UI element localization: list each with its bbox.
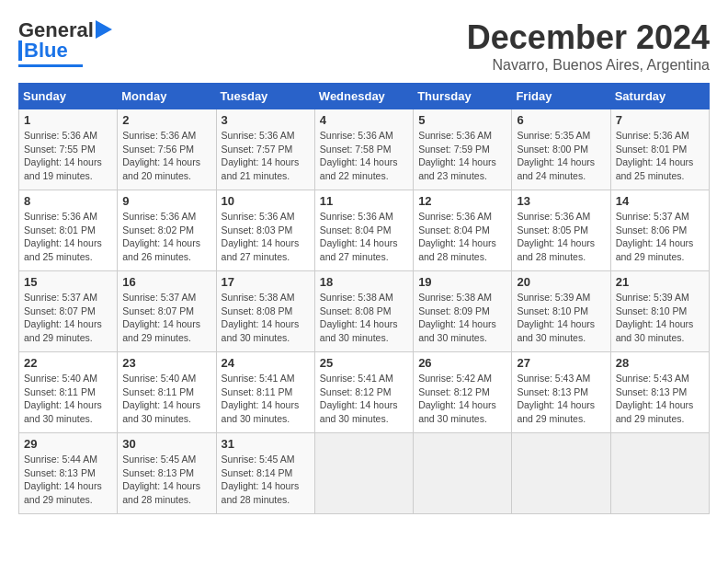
day-number: 19 xyxy=(418,275,506,289)
day-info: Sunrise: 5:36 AMSunset: 7:56 PMDaylight:… xyxy=(122,129,210,183)
calendar-cell: 24Sunrise: 5:41 AMSunset: 8:11 PMDayligh… xyxy=(216,352,314,433)
main-title: December 2024 xyxy=(467,18,710,57)
day-info: Sunrise: 5:45 AMSunset: 8:14 PMDaylight:… xyxy=(222,453,310,507)
calendar-cell xyxy=(610,433,709,514)
header-sunday: Sunday xyxy=(19,84,118,109)
day-number: 30 xyxy=(122,437,210,451)
day-info: Sunrise: 5:41 AMSunset: 8:12 PMDaylight:… xyxy=(320,372,408,426)
day-info: Sunrise: 5:36 AMSunset: 8:05 PMDaylight:… xyxy=(517,210,605,264)
calendar-header: SundayMondayTuesdayWednesdayThursdayFrid… xyxy=(19,84,710,109)
calendar-cell: 8Sunrise: 5:36 AMSunset: 8:01 PMDaylight… xyxy=(19,190,118,271)
header-tuesday: Tuesday xyxy=(216,84,314,109)
day-info: Sunrise: 5:36 AMSunset: 7:58 PMDaylight:… xyxy=(320,129,408,183)
day-info: Sunrise: 5:37 AMSunset: 8:06 PMDaylight:… xyxy=(616,210,704,264)
calendar-cell: 31Sunrise: 5:45 AMSunset: 8:14 PMDayligh… xyxy=(216,433,314,514)
day-number: 24 xyxy=(222,356,310,370)
week-row-5: 29Sunrise: 5:44 AMSunset: 8:13 PMDayligh… xyxy=(19,433,710,514)
day-info: Sunrise: 5:44 AMSunset: 8:13 PMDaylight:… xyxy=(24,453,112,507)
day-number: 21 xyxy=(616,275,704,289)
calendar-cell: 20Sunrise: 5:39 AMSunset: 8:10 PMDayligh… xyxy=(512,271,610,352)
day-number: 16 xyxy=(122,275,210,289)
day-number: 28 xyxy=(616,356,704,370)
day-info: Sunrise: 5:36 AMSunset: 8:01 PMDaylight:… xyxy=(24,210,112,264)
calendar-cell xyxy=(314,433,413,514)
day-number: 1 xyxy=(24,113,112,127)
day-number: 29 xyxy=(24,437,112,451)
day-number: 12 xyxy=(418,194,506,208)
day-number: 26 xyxy=(418,356,506,370)
day-info: Sunrise: 5:36 AMSunset: 8:03 PMDaylight:… xyxy=(222,210,310,264)
day-number: 23 xyxy=(122,356,210,370)
day-info: Sunrise: 5:43 AMSunset: 8:13 PMDaylight:… xyxy=(517,372,605,426)
day-info: Sunrise: 5:40 AMSunset: 8:11 PMDaylight:… xyxy=(24,372,112,426)
day-info: Sunrise: 5:39 AMSunset: 8:10 PMDaylight:… xyxy=(517,291,605,345)
calendar-cell: 17Sunrise: 5:38 AMSunset: 8:08 PMDayligh… xyxy=(216,271,314,352)
subtitle: Navarro, Buenos Aires, Argentina xyxy=(467,57,710,74)
calendar-cell: 2Sunrise: 5:36 AMSunset: 7:56 PMDaylight… xyxy=(118,109,216,190)
calendar-cell: 4Sunrise: 5:36 AMSunset: 7:58 PMDaylight… xyxy=(314,109,413,190)
calendar-cell: 10Sunrise: 5:36 AMSunset: 8:03 PMDayligh… xyxy=(216,190,314,271)
day-info: Sunrise: 5:41 AMSunset: 8:11 PMDaylight:… xyxy=(222,372,310,426)
day-number: 7 xyxy=(616,113,704,127)
day-number: 18 xyxy=(320,275,408,289)
day-info: Sunrise: 5:45 AMSunset: 8:13 PMDaylight:… xyxy=(122,453,210,507)
calendar-cell: 12Sunrise: 5:36 AMSunset: 8:04 PMDayligh… xyxy=(414,190,512,271)
day-number: 10 xyxy=(222,194,310,208)
header-monday: Monday xyxy=(118,84,216,109)
calendar-cell: 13Sunrise: 5:36 AMSunset: 8:05 PMDayligh… xyxy=(512,190,610,271)
logo-arrow-icon xyxy=(96,20,112,39)
day-info: Sunrise: 5:37 AMSunset: 8:07 PMDaylight:… xyxy=(122,291,210,345)
day-info: Sunrise: 5:35 AMSunset: 8:00 PMDaylight:… xyxy=(517,129,605,183)
week-row-4: 22Sunrise: 5:40 AMSunset: 8:11 PMDayligh… xyxy=(19,352,710,433)
day-number: 13 xyxy=(517,194,605,208)
day-info: Sunrise: 5:39 AMSunset: 8:10 PMDaylight:… xyxy=(616,291,704,345)
day-info: Sunrise: 5:36 AMSunset: 8:01 PMDaylight:… xyxy=(616,129,704,183)
calendar-cell: 5Sunrise: 5:36 AMSunset: 7:59 PMDaylight… xyxy=(414,109,512,190)
calendar-cell: 6Sunrise: 5:35 AMSunset: 8:00 PMDaylight… xyxy=(512,109,610,190)
calendar-cell: 9Sunrise: 5:36 AMSunset: 8:02 PMDaylight… xyxy=(118,190,216,271)
calendar-cell: 28Sunrise: 5:43 AMSunset: 8:13 PMDayligh… xyxy=(610,352,709,433)
week-row-2: 8Sunrise: 5:36 AMSunset: 8:01 PMDaylight… xyxy=(19,190,710,271)
calendar-cell: 19Sunrise: 5:38 AMSunset: 8:09 PMDayligh… xyxy=(414,271,512,352)
header-saturday: Saturday xyxy=(610,84,709,109)
page-header: General Blue December 2024 Navarro, Buen… xyxy=(18,18,710,74)
day-info: Sunrise: 5:37 AMSunset: 8:07 PMDaylight:… xyxy=(24,291,112,345)
day-info: Sunrise: 5:36 AMSunset: 7:55 PMDaylight:… xyxy=(24,129,112,183)
calendar-cell: 18Sunrise: 5:38 AMSunset: 8:08 PMDayligh… xyxy=(314,271,413,352)
calendar-table: SundayMondayTuesdayWednesdayThursdayFrid… xyxy=(18,83,710,514)
calendar-cell: 29Sunrise: 5:44 AMSunset: 8:13 PMDayligh… xyxy=(19,433,118,514)
header-wednesday: Wednesday xyxy=(314,84,413,109)
day-info: Sunrise: 5:36 AMSunset: 8:04 PMDaylight:… xyxy=(418,210,506,264)
day-number: 5 xyxy=(418,113,506,127)
logo-bar xyxy=(18,40,22,61)
calendar-cell: 30Sunrise: 5:45 AMSunset: 8:13 PMDayligh… xyxy=(118,433,216,514)
day-number: 22 xyxy=(24,356,112,370)
day-number: 31 xyxy=(222,437,310,451)
day-number: 25 xyxy=(320,356,408,370)
calendar-cell: 16Sunrise: 5:37 AMSunset: 8:07 PMDayligh… xyxy=(118,271,216,352)
calendar-cell: 3Sunrise: 5:36 AMSunset: 7:57 PMDaylight… xyxy=(216,109,314,190)
header-thursday: Thursday xyxy=(414,84,512,109)
logo-blue: Blue xyxy=(24,39,68,63)
day-number: 3 xyxy=(222,113,310,127)
day-info: Sunrise: 5:36 AMSunset: 7:59 PMDaylight:… xyxy=(418,129,506,183)
calendar-cell: 14Sunrise: 5:37 AMSunset: 8:06 PMDayligh… xyxy=(610,190,709,271)
day-number: 11 xyxy=(320,194,408,208)
calendar-cell xyxy=(512,433,610,514)
day-info: Sunrise: 5:36 AMSunset: 8:02 PMDaylight:… xyxy=(122,210,210,264)
calendar-cell: 7Sunrise: 5:36 AMSunset: 8:01 PMDaylight… xyxy=(610,109,709,190)
day-number: 27 xyxy=(517,356,605,370)
day-info: Sunrise: 5:38 AMSunset: 8:09 PMDaylight:… xyxy=(418,291,506,345)
day-info: Sunrise: 5:40 AMSunset: 8:11 PMDaylight:… xyxy=(122,372,210,426)
calendar-cell: 22Sunrise: 5:40 AMSunset: 8:11 PMDayligh… xyxy=(19,352,118,433)
day-number: 2 xyxy=(122,113,210,127)
day-number: 4 xyxy=(320,113,408,127)
calendar-cell xyxy=(414,433,512,514)
calendar-cell: 21Sunrise: 5:39 AMSunset: 8:10 PMDayligh… xyxy=(610,271,709,352)
day-info: Sunrise: 5:38 AMSunset: 8:08 PMDaylight:… xyxy=(320,291,408,345)
calendar-body: 1Sunrise: 5:36 AMSunset: 7:55 PMDaylight… xyxy=(19,109,710,514)
calendar-cell: 15Sunrise: 5:37 AMSunset: 8:07 PMDayligh… xyxy=(19,271,118,352)
week-row-3: 15Sunrise: 5:37 AMSunset: 8:07 PMDayligh… xyxy=(19,271,710,352)
title-area: December 2024 Navarro, Buenos Aires, Arg… xyxy=(467,18,710,74)
day-info: Sunrise: 5:38 AMSunset: 8:08 PMDaylight:… xyxy=(222,291,310,345)
